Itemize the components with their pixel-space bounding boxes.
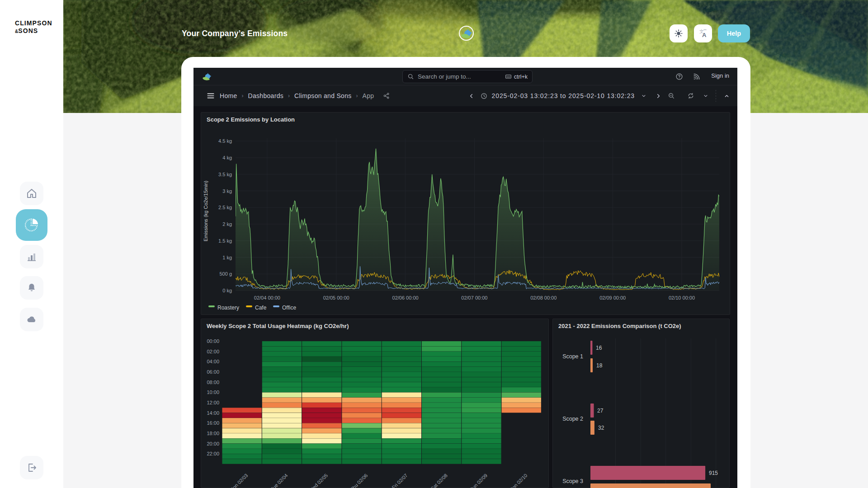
svg-text:14:00: 14:00	[207, 410, 219, 416]
svg-text:02/10 00:00: 02/10 00:00	[669, 295, 695, 300]
svg-text:Mon 02/10: Mon 02/10	[508, 473, 528, 488]
svg-text:915: 915	[709, 470, 718, 476]
svg-text:Cafe: Cafe	[255, 305, 267, 311]
svg-text:04:00: 04:00	[207, 359, 219, 364]
svg-text:18: 18	[596, 362, 603, 369]
svg-text:Mon 02/03: Mon 02/03	[228, 473, 249, 488]
svg-text:2 kg: 2 kg	[222, 221, 232, 227]
svg-text:Office: Office	[282, 305, 296, 311]
svg-text:02/09 00:00: 02/09 00:00	[599, 295, 626, 300]
svg-text:16: 16	[596, 345, 602, 351]
svg-text:3 kg: 3 kg	[222, 188, 232, 194]
svg-text:02/08 00:00: 02/08 00:00	[530, 295, 557, 300]
svg-text:0 kg: 0 kg	[222, 288, 232, 293]
svg-text:32: 32	[598, 425, 604, 431]
svg-text:Emissions (kg Co2e/15min): Emissions (kg Co2e/15min)	[203, 181, 208, 242]
svg-text:18:00: 18:00	[207, 431, 219, 436]
svg-text:20:00: 20:00	[207, 441, 219, 446]
svg-text:Fri 02/07: Fri 02/07	[391, 473, 409, 488]
svg-text:27: 27	[597, 408, 604, 414]
svg-text:02/04 00:00: 02/04 00:00	[254, 295, 280, 300]
svg-text:Sun 02/09: Sun 02/09	[468, 473, 488, 488]
svg-text:Tue 02/04: Tue 02/04	[269, 473, 289, 488]
svg-text:10:00: 10:00	[207, 389, 219, 395]
svg-text:Roastery: Roastery	[217, 305, 239, 311]
svg-text:4 kg: 4 kg	[222, 155, 232, 160]
svg-text:06:00: 06:00	[207, 369, 219, 375]
svg-text:Sat 02/08: Sat 02/08	[429, 473, 448, 488]
svg-text:02/05 00:00: 02/05 00:00	[323, 295, 349, 300]
svg-text:Wed 02/05: Wed 02/05	[308, 473, 329, 488]
svg-text:Scope 1: Scope 1	[562, 353, 583, 360]
svg-text:A: A	[702, 32, 707, 38]
svg-text:08:00: 08:00	[207, 380, 219, 385]
svg-text:02:00: 02:00	[207, 349, 219, 354]
svg-text:02/06 00:00: 02/06 00:00	[392, 295, 419, 300]
svg-text:22:00: 22:00	[207, 451, 219, 456]
svg-text:02/07 00:00: 02/07 00:00	[461, 295, 487, 300]
svg-text:Scope 3: Scope 3	[562, 478, 583, 484]
svg-text:1 kg: 1 kg	[222, 255, 232, 260]
svg-text:4.5 kg: 4.5 kg	[218, 138, 232, 144]
svg-text:1.5 kg: 1.5 kg	[218, 238, 232, 244]
svg-text:Thu 02/06: Thu 02/06	[349, 473, 369, 488]
svg-text:500 g: 500 g	[219, 271, 232, 277]
svg-text:3.5 kg: 3.5 kg	[218, 172, 232, 177]
svg-text:00:00: 00:00	[207, 338, 219, 344]
svg-text:12:00: 12:00	[207, 400, 219, 405]
svg-text:Scope 2: Scope 2	[562, 416, 583, 422]
svg-text:16:00: 16:00	[207, 420, 219, 426]
svg-text:2.5 kg: 2.5 kg	[218, 205, 232, 210]
